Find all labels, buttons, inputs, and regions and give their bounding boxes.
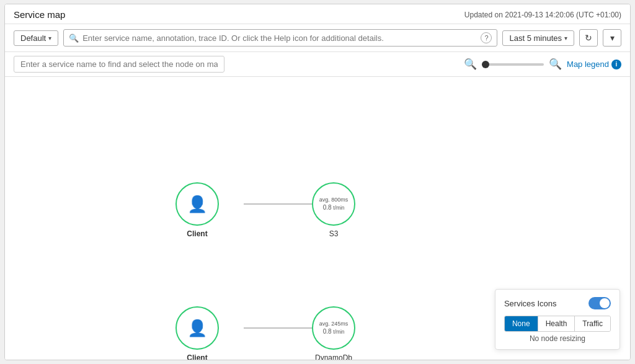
header: Service map Updated on 2021-09-13 14:20:… [5,4,630,24]
client-node-2[interactable]: 👤 Client [175,306,219,360]
map-legend-label: Map legend [567,60,609,69]
s3-circle: avg. 800ms 0.8 t/min [312,182,355,226]
settings-panel: Services Icons None Health Traffic No no… [495,289,620,350]
dynamodb-avg-prefix: avg. 245ms [319,321,349,328]
traffic-button[interactable]: Traffic [575,316,610,331]
info-icon: i [611,60,621,69]
default-label: Default [20,33,46,43]
time-range-button[interactable]: Last 5 minutes ▾ [502,30,574,46]
zoom-slider[interactable] [482,63,544,66]
client-label-2: Client [187,353,207,360]
toggle-knob [600,298,610,308]
search-input[interactable] [82,33,477,43]
time-range-label: Last 5 minutes [509,33,562,43]
client-circle-2: 👤 [175,306,219,350]
s3-node[interactable]: avg. 800ms 0.8 t/min S3 [312,182,355,238]
services-icons-label: Services Icons [504,299,557,308]
s3-tpm: 0.8 t/min [323,203,345,211]
zoom-out-icon: 🔍 [464,58,477,70]
page-title: Service map [14,9,65,20]
chevron-down-icon: ▾ [610,33,615,43]
s3-label: S3 [329,229,339,238]
default-dropdown-button[interactable]: Default ▾ [14,30,58,46]
s3-avg-prefix: avg. 800ms [319,197,349,204]
health-button[interactable]: Health [538,316,575,331]
more-options-button[interactable]: ▾ [603,29,621,47]
services-icons-row: Services Icons [504,297,611,309]
zoom-out-button[interactable]: 🔍 [464,58,477,71]
zoom-in-icon: 🔍 [549,58,562,70]
no-node-resizing-label: No node resizing [504,334,611,343]
dynamodb-circle: avg. 245ms 0.8 t/min [312,306,355,350]
none-button[interactable]: None [505,316,538,331]
sub-toolbar: 🔍 🔍 Map legend i [5,52,630,77]
client-circle-1: 👤 [175,182,219,226]
person-icon-1: 👤 [187,196,207,212]
dynamodb-label: DynamoDb [315,353,352,360]
chevron-down-icon: ▾ [48,35,51,42]
zoom-in-button[interactable]: 🔍 [549,58,562,71]
search-icon: 🔍 [69,33,79,43]
dynamodb-tpm: 0.8 t/min [323,327,345,335]
service-search-input[interactable] [14,56,224,73]
service-map-window: Service map Updated on 2021-09-13 14:20:… [4,4,631,360]
zoom-slider-thumb [482,61,489,68]
client-label-1: Client [187,229,207,238]
dynamodb-node[interactable]: avg. 245ms 0.8 t/min DynamoDb [312,306,355,360]
map-legend-link[interactable]: Map legend i [567,60,621,69]
search-container: 🔍 ? [63,29,497,47]
toolbar: Default ▾ 🔍 ? Last 5 minutes ▾ ↻ ▾ [5,24,630,52]
map-area: 👤 Client avg. 800ms 0.8 t/min S3 👤 Clien… [5,77,630,360]
zoom-controls: 🔍 🔍 Map legend i [464,58,621,71]
refresh-button[interactable]: ↻ [579,29,598,47]
person-icon-2: 👤 [187,320,207,336]
header-timestamp: Updated on 2021-09-13 14:20:06 (UTC +01:… [464,11,621,19]
time-chevron-icon: ▾ [564,35,567,42]
services-icons-toggle[interactable] [588,297,611,309]
refresh-icon: ↻ [585,33,592,43]
help-icon[interactable]: ? [481,32,492,43]
node-color-button-group: None Health Traffic [504,316,611,332]
client-node-1[interactable]: 👤 Client [175,182,219,238]
